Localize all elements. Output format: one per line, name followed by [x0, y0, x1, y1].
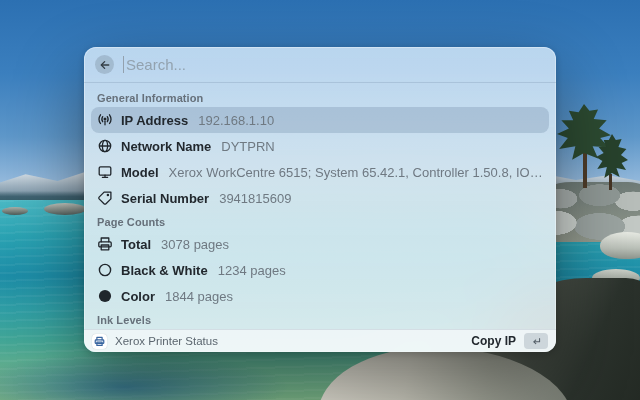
row-network-name[interactable]: Network Name DYTPRN	[91, 133, 549, 159]
row-model[interactable]: Model Xerox WorkCentre 6515; System 65.4…	[91, 159, 549, 185]
row-label: Black & White	[121, 263, 208, 278]
printer-icon	[97, 236, 113, 252]
boulder-in-water	[600, 232, 640, 259]
app-name: Xerox Printer Status	[115, 335, 218, 347]
section-header-general-information: General Information	[91, 87, 549, 107]
row-total-pages[interactable]: Total 3078 pages	[91, 231, 549, 257]
row-ip-address[interactable]: IP Address 192.168.1.10	[91, 107, 549, 133]
small-rock	[44, 203, 86, 215]
monitor-icon	[97, 164, 113, 180]
section-header-page-counts: Page Counts	[91, 211, 549, 231]
app-icon	[92, 334, 107, 349]
pine-tree-trunk	[609, 174, 612, 190]
row-serial-number[interactable]: Serial Number 3941815609	[91, 185, 549, 211]
row-color-pages[interactable]: Color 1844 pages	[91, 283, 549, 309]
row-label: IP Address	[121, 113, 188, 128]
back-button[interactable]	[95, 55, 114, 74]
results-list: General Information IP Address 192.168.1…	[84, 83, 556, 329]
pine-tree-trunk	[583, 148, 587, 188]
search-bar: Search...	[84, 47, 556, 83]
row-label: Network Name	[121, 139, 211, 154]
globe-icon	[97, 138, 113, 154]
row-value: Xerox WorkCentre 6515; System 65.42.1, C…	[169, 165, 543, 180]
footer-bar: Xerox Printer Status Copy IP	[84, 329, 556, 352]
row-value: 3941815609	[219, 191, 543, 206]
launcher-window: Search... General Information IP Address…	[84, 47, 556, 352]
row-black-white-pages[interactable]: Black & White 1234 pages	[91, 257, 549, 283]
text-caret	[123, 56, 124, 73]
circle-filled-icon	[97, 288, 113, 304]
printer-icon	[94, 336, 105, 347]
row-value: 3078 pages	[161, 237, 543, 252]
arrow-left-icon	[99, 59, 111, 71]
small-rock	[2, 207, 28, 215]
row-label: Total	[121, 237, 151, 252]
row-value: 192.168.1.10	[198, 113, 543, 128]
search-input[interactable]: Search...	[126, 56, 186, 73]
circle-outline-icon	[97, 262, 113, 278]
tag-icon	[97, 190, 113, 206]
row-label: Model	[121, 165, 159, 180]
copy-ip-action[interactable]: Copy IP	[471, 334, 516, 348]
row-label: Color	[121, 289, 155, 304]
antenna-radiowaves-icon	[97, 112, 113, 128]
row-value: DYTPRN	[221, 139, 543, 154]
row-value: 1844 pages	[165, 289, 543, 304]
section-header-ink-levels: Ink Levels	[91, 309, 549, 329]
return-key[interactable]	[524, 333, 548, 349]
row-label: Serial Number	[121, 191, 209, 206]
row-value: 1234 pages	[218, 263, 543, 278]
return-key-icon	[531, 336, 542, 347]
